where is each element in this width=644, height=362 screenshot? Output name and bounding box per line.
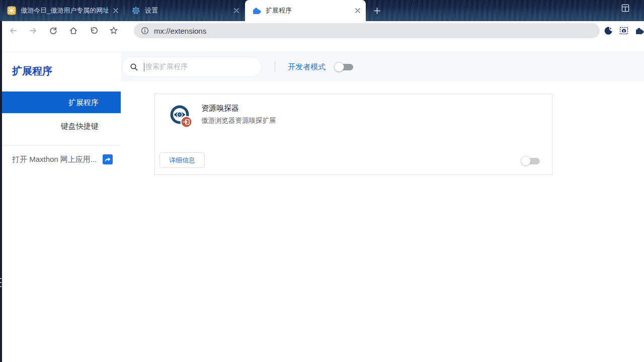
main-panel: 搜索扩展程序 开发者模式: [121, 52, 644, 362]
search-icon: [130, 63, 138, 71]
back-icon[interactable]: [7, 23, 19, 38]
tab-bar: 傲游今日_傲游用户专属的网址导 设置 扩展程序: [0, 0, 644, 21]
window-edge-strip[interactable]: [0, 21, 2, 362]
url-text[interactable]: mx://extensions: [154, 27, 206, 35]
developer-mode-toggle[interactable]: [334, 62, 354, 72]
sidebar-divider: [0, 145, 121, 145]
sidebar-nav: 扩展程序 键盘快捷键: [0, 92, 121, 137]
extensions-list: 资源嗅探器 傲游浏览器资源嗅探扩展 详细信息: [121, 81, 644, 362]
sidebar-item-extensions[interactable]: 扩展程序: [0, 92, 121, 113]
extensions-puzzle-toolbar-icon[interactable]: [635, 26, 644, 35]
undo-icon[interactable]: [88, 23, 100, 38]
extensions-header: 搜索扩展程序 开发者模式: [121, 52, 644, 81]
tab-settings[interactable]: 设置: [124, 0, 245, 21]
developer-mode-label[interactable]: 开发者模式: [288, 62, 326, 72]
extensions-page: 扩展程序 扩展程序 键盘快捷键 打开 Maxthon 网上应用...: [0, 52, 644, 362]
extension-card: 资源嗅探器 傲游浏览器资源嗅探扩展 详细信息: [154, 94, 552, 175]
edge-strip-mark: [0, 286, 2, 287]
webstore-link-label: 打开 Maxthon 网上应用...: [12, 155, 99, 164]
page-title: 扩展程序: [12, 64, 121, 78]
forward-icon[interactable]: [27, 23, 39, 38]
search-placeholder: 搜索扩展程序: [145, 62, 188, 71]
resource-sniffer-eye-icon: [169, 105, 193, 129]
navigation-toolbar: mx://extensions: [0, 21, 644, 52]
sidebar-item-keyboard-shortcuts[interactable]: 键盘快捷键: [0, 115, 121, 137]
address-bar[interactable]: mx://extensions: [134, 23, 600, 38]
bookmark-star-icon[interactable]: [108, 23, 120, 38]
edge-strip-mark: [0, 278, 2, 279]
night-mode-moon-icon[interactable]: [604, 26, 613, 35]
toggle-knob: [334, 62, 344, 72]
tab-label: 扩展程序: [266, 6, 351, 15]
maxthon-today-sun-icon: [7, 6, 16, 15]
extension-description: 傲游浏览器资源嗅探扩展: [201, 116, 276, 125]
open-webstore-arrow-icon: [103, 154, 113, 164]
header-divider: [275, 61, 275, 72]
edge-strip-mark: [0, 282, 2, 283]
tab-close-icon[interactable]: [355, 8, 361, 14]
home-icon[interactable]: [67, 23, 79, 38]
extension-enable-toggle[interactable]: [521, 156, 541, 166]
tab-label: 设置: [145, 6, 229, 15]
reload-icon[interactable]: [47, 23, 59, 38]
sidebar: 扩展程序 扩展程序 键盘快捷键 打开 Maxthon 网上应用...: [0, 52, 121, 362]
tab-maxthon-today[interactable]: 傲游今日_傲游用户专属的网址导: [0, 0, 124, 21]
new-tab-button[interactable]: [371, 5, 382, 16]
toolbar-right-icons: [604, 23, 644, 38]
window-layout-icon[interactable]: [621, 4, 630, 13]
browser-window: 傲游今日_傲游用户专属的网址导 设置 扩展程序: [0, 0, 644, 362]
tab-label: 傲游今日_傲游用户专属的网址导: [21, 6, 109, 15]
settings-gear-icon: [131, 6, 140, 15]
details-button[interactable]: 详细信息: [159, 152, 205, 168]
text-caret: [144, 63, 144, 71]
toggle-knob: [521, 156, 531, 166]
search-input[interactable]: 搜索扩展程序: [122, 57, 262, 77]
info-icon[interactable]: [141, 27, 149, 35]
extensions-puzzle-icon: [252, 6, 261, 15]
orange-enter-arrow-badge: [181, 117, 192, 128]
tab-close-icon[interactable]: [113, 8, 119, 14]
sidebar-open-webstore-link[interactable]: 打开 Maxthon 网上应用...: [0, 154, 121, 164]
extension-name: 资源嗅探器: [201, 104, 239, 113]
screenshot-camera-icon[interactable]: [619, 26, 628, 35]
tab-close-icon[interactable]: [233, 8, 239, 14]
tab-extensions-active[interactable]: 扩展程序: [245, 0, 366, 21]
